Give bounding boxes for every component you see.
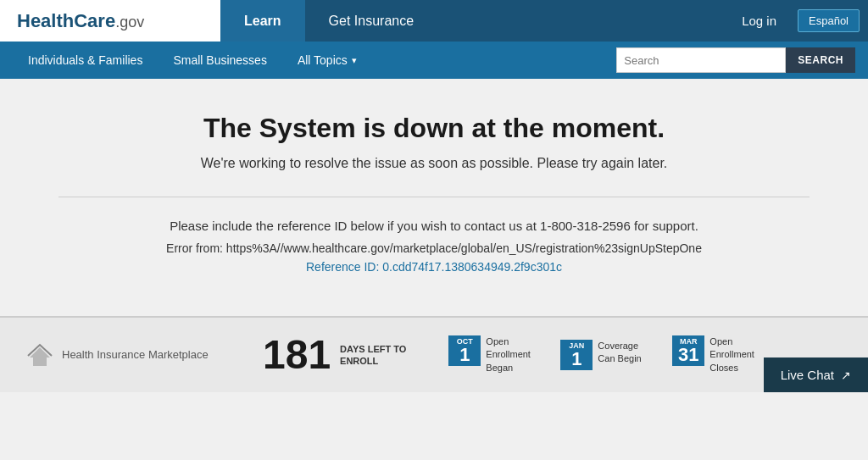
live-chat-button[interactable]: Live Chat ↗ [764,357,868,392]
search-input[interactable] [616,47,786,73]
error-subtitle: We're working to resolve the issue as so… [17,156,851,171]
search-area: SEARCH [616,47,855,73]
reference-text: Please include the reference ID below if… [17,219,851,233]
dates-section: OCT 1 Open Enrollment Began JAN 1 Covera… [448,335,769,374]
reference-id-line: Reference ID: 0.cdd74f17.1380634949.2f9c… [17,260,851,274]
marketplace-logo-icon [25,341,55,370]
date-box-oct: OCT 1 [448,335,481,366]
dropdown-arrow-icon: ▾ [352,55,357,66]
nav-items: Learn Get Insurance [220,0,729,42]
espanol-button[interactable]: Español [798,9,860,32]
top-nav: HealthCare.gov Learn Get Insurance Log i… [0,0,868,42]
search-button[interactable]: SEARCH [786,47,855,73]
main-content: The System is down at the moment. We're … [0,79,868,316]
nav-individuals-families[interactable]: Individuals & Families [13,42,158,79]
nav-all-topics[interactable]: All Topics ▾ [282,42,372,79]
days-number: 181 [263,335,331,375]
nav-small-businesses[interactable]: Small Businesses [158,42,282,79]
days-label: DAYS LEFT TO ENROLL [340,343,406,368]
error-from-line: Error from: https%3A//www.healthcare.gov… [17,241,851,255]
date-item-oct: OCT 1 Open Enrollment Began [448,335,545,374]
days-section: 181 DAYS LEFT TO ENROLL [263,335,406,375]
date-box-mar: MAR 31 [672,335,704,366]
date-item-mar: MAR 31 Open Enrollment Closes [672,335,769,374]
live-chat-icon: ↗ [841,369,851,382]
date-box-jan: JAN 1 [560,340,593,370]
divider [58,197,810,197]
nav-learn[interactable]: Learn [220,0,305,42]
error-title: The System is down at the moment. [17,113,851,144]
footer-logo-text: Health Insurance Marketplace [62,348,209,363]
nav-get-insurance[interactable]: Get Insurance [305,0,438,42]
login-link[interactable]: Log in [729,14,789,28]
date-item-jan: JAN 1 Coverage Can Begin [560,340,657,370]
footer-logo: Health Insurance Marketplace [25,341,212,370]
logo-area: HealthCare.gov [0,0,220,42]
nav-right: Log in Español [729,0,868,42]
secondary-nav: Individuals & Families Small Businesses … [0,42,868,79]
footer: Health Insurance Marketplace 181 DAYS LE… [0,316,868,392]
site-logo: HealthCare.gov [17,10,144,32]
